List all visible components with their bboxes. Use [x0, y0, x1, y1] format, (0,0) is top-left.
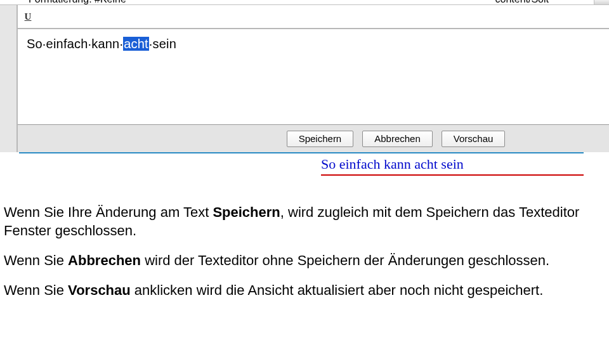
editor-text-selection: acht — [123, 37, 149, 51]
underline-icon: U — [25, 11, 32, 22]
preview-underline — [321, 174, 584, 176]
p2-bold: Abbrechen — [68, 252, 141, 268]
editor-text-before: So·einfach·kann· — [27, 37, 123, 51]
save-button[interactable]: Speichern — [287, 131, 354, 147]
toolbar-cutoff: Formatierung: #Keine content/Soit — [0, 0, 609, 5]
scrollbar-stub[interactable] — [594, 0, 609, 5]
paragraph-1: Wenn Sie Ihre Änderung am Text Speichern… — [4, 203, 605, 240]
preview-top-rule — [19, 152, 584, 153]
paragraph-2: Wenn Sie Abbrechen wird der Texteditor o… — [4, 251, 605, 270]
format-toolbar: U — [19, 5, 37, 28]
cutoff-text-right: content/Soit — [495, 0, 549, 5]
editor-content[interactable]: So·einfach·kann·acht·sein — [27, 37, 176, 51]
left-sidebar-sliver — [0, 5, 18, 152]
p2-part-c: wird der Texteditor ohne Speichern der Ä… — [141, 252, 549, 268]
cutoff-text-left: Formatierung: #Keine — [29, 0, 126, 5]
dialog-button-bar: Speichern Abbrechen Vorschau — [18, 124, 609, 152]
editor-panel[interactable]: So·einfach·kann·acht·sein — [18, 28, 609, 124]
preview-headline: So einfach kann acht sein — [321, 156, 464, 172]
p1-bold: Speichern — [213, 204, 280, 220]
underline-button[interactable]: U — [19, 8, 37, 25]
p3-part-a: Wenn Sie — [4, 282, 68, 298]
paragraph-3: Wenn Sie Vorschau anklicken wird die Ans… — [4, 281, 605, 299]
editor-text-after: ·sein — [149, 37, 176, 51]
document-body-text: Wenn Sie Ihre Änderung am Text Speichern… — [4, 203, 605, 311]
page-root: Formatierung: #Keine content/Soit U So·e… — [0, 0, 609, 364]
preview-region: So einfach kann acht sein — [0, 152, 609, 180]
cancel-button[interactable]: Abbrechen — [362, 131, 433, 147]
p3-part-c: anklicken wird die Ansicht aktualisiert … — [131, 282, 544, 298]
p2-part-a: Wenn Sie — [4, 252, 68, 268]
p1-part-a: Wenn Sie Ihre Änderung am Text — [4, 204, 213, 220]
preview-button[interactable]: Vorschau — [442, 131, 506, 147]
p3-bold: Vorschau — [68, 282, 131, 298]
